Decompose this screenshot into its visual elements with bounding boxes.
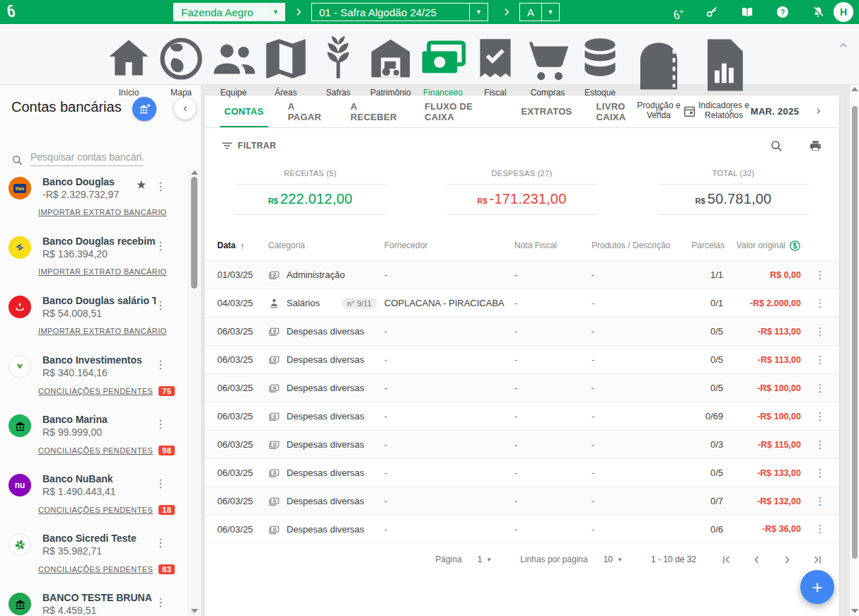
add-transaction-fab[interactable]: + [800, 570, 834, 604]
nav-item-globe[interactable]: Mapa [155, 33, 207, 121]
bank-account-item[interactable]: Banco InvestimentosR$ 340.164,16⋮CONCILI… [8, 351, 185, 410]
nav-item-silo[interactable]: Produção e Venda [626, 33, 691, 121]
previous-page-icon[interactable] [751, 554, 763, 566]
plot-selector[interactable]: A ▼ [519, 3, 560, 21]
column-header-data[interactable]: Data↑ [217, 240, 268, 251]
print-icon[interactable] [809, 139, 822, 153]
import-statement-link[interactable]: IMPORTAR EXTRATO BANCÁRIO [38, 327, 167, 335]
table-row[interactable]: 06/03/25Despesas diversas---0/5-R$ 113,0… [204, 317, 839, 345]
user-avatar[interactable]: H [834, 2, 853, 22]
nav-item-database[interactable]: Estoque [574, 33, 626, 121]
kebab-menu-icon[interactable]: ⋮ [155, 417, 166, 431]
kebab-menu-icon[interactable]: ⋮ [155, 298, 166, 312]
page-select[interactable]: 1▼ [478, 554, 492, 564]
table-row[interactable]: 06/03/25Despesas diversas---0/69-R$ 100,… [204, 402, 839, 430]
scroll-up-icon[interactable] [191, 170, 198, 175]
nav-item-map[interactable]: Áreas [260, 33, 312, 121]
nav-item-report[interactable]: Indicadores e Relatórios [691, 33, 756, 121]
next-page-icon[interactable] [781, 554, 793, 566]
scrollbar-thumb[interactable] [852, 106, 858, 559]
bank-account-item[interactable]: nuBanco NuBankR$ 1.490.443,41⋮CONCILIAÇÕ… [8, 470, 185, 529]
kebab-menu-icon[interactable]: ⋮ [801, 269, 839, 281]
nav-item-receipt[interactable]: Fiscal [469, 33, 521, 121]
sidebar-scrollbar[interactable] [188, 168, 200, 616]
pending-reconciliations-link[interactable]: CONCILIAÇÕES PENDENTES [38, 565, 153, 574]
search-accounts-input[interactable] [30, 150, 144, 166]
table-row[interactable]: 06/03/25Despesas diversas---0/7-R$ 132,0… [204, 487, 839, 515]
nav-item-people[interactable]: Equipe [207, 33, 260, 121]
kebab-menu-icon[interactable]: ⋮ [801, 438, 839, 451]
bank-account-item[interactable]: Banco Douglas recebime...R$ 136.394,20⋮I… [8, 232, 185, 291]
import-statement-link[interactable]: IMPORTAR EXTRATO BANCÁRIO [38, 208, 167, 216]
bank-account-item[interactable]: ill="#fff">BANCO TESTE BRUNAR$ 4.459,51⋮ [8, 588, 185, 616]
bank-account-item[interactable]: ItaúBanco Douglas-R$ 2.329.732,97★⋮IMPOR… [8, 173, 185, 232]
table-row[interactable]: 06/03/25Despesas diversas---0/5-R$ 100,0… [204, 373, 839, 402]
chevron-down-icon[interactable]: ▼ [469, 4, 488, 21]
bank-account-item[interactable]: ill="#fff">Banco MarinaR$ 99.999,00⋮CONC… [8, 410, 185, 470]
money-category-icon [268, 467, 280, 479]
cell-value: R$ 0,00 [725, 270, 801, 280]
bank-account-item[interactable]: Banco Sicredi TesteR$ 35.982,71⋮CONCILIA… [8, 529, 185, 588]
kebab-menu-icon[interactable]: ⋮ [155, 180, 166, 193]
kebab-menu-icon[interactable]: ⋮ [801, 410, 839, 423]
aegro-plus-icon[interactable]: ∂+ [674, 5, 684, 19]
star-icon[interactable]: ★ [136, 178, 146, 192]
kebab-menu-icon[interactable]: ⋮ [801, 297, 839, 310]
nav-item-money[interactable]: Financeiro [417, 33, 469, 121]
help-icon[interactable]: ? [776, 5, 790, 19]
pending-reconciliations-link[interactable]: CONCILIAÇÕES PENDENTES [38, 446, 153, 455]
rows-per-page-select[interactable]: 10▼ [604, 554, 623, 564]
table-row[interactable]: 06/03/25Despesas diversas---0/6-R$ 36,00… [204, 515, 839, 543]
table-row[interactable]: 04/03/25Saláriosn° 9/11COPLACANA - PIRAC… [204, 289, 839, 317]
notifications-off-icon[interactable] [811, 5, 825, 19]
farm-selector[interactable]: Fazenda Aegro ▼ [173, 3, 285, 21]
import-statement-link[interactable]: IMPORTAR EXTRATO BANCÁRIO [38, 267, 167, 276]
key-icon[interactable] [705, 5, 719, 19]
bank-account-item[interactable]: Banco Douglas salário Ti...R$ 54.008,51⋮… [8, 291, 185, 351]
map-icon [260, 33, 312, 85]
first-page-icon[interactable] [720, 554, 732, 566]
collapse-nav-icon[interactable] [838, 40, 849, 51]
table-row[interactable]: 06/03/25Despesas diversas---0/5-R$ 133,0… [204, 458, 839, 487]
kebab-menu-icon[interactable]: ⋮ [801, 382, 839, 395]
last-page-icon[interactable] [812, 554, 824, 566]
bank-account-balance: R$ 54.008,51 [42, 308, 102, 319]
kebab-menu-icon[interactable]: ⋮ [155, 595, 166, 609]
window-scrollbar[interactable] [849, 85, 859, 616]
filter-button[interactable]: FILTRAR [221, 141, 277, 151]
table-row[interactable]: 01/03/25Administração---1/1R$ 0,00⋮ [204, 260, 839, 289]
chevron-down-icon[interactable]: ▼ [541, 4, 559, 21]
scroll-up-icon[interactable] [851, 87, 858, 91]
marina-logo-icon: ill="#fff"> [8, 414, 31, 437]
scroll-down-icon[interactable] [851, 609, 858, 613]
nav-item-home[interactable]: Início [103, 33, 155, 121]
season-selector[interactable]: 01 - Safra Algodão 24/25 ▼ [311, 3, 488, 21]
book-icon[interactable] [740, 5, 754, 19]
nav-item-cart[interactable]: Compras [521, 33, 574, 121]
kebab-menu-icon[interactable]: ⋮ [155, 536, 166, 550]
nav-item-wheat[interactable]: Safras [312, 33, 364, 121]
kebab-menu-icon[interactable]: ⋮ [155, 239, 166, 252]
kebab-menu-icon[interactable]: ⋮ [801, 467, 839, 480]
scroll-down-icon[interactable] [191, 609, 198, 613]
kebab-menu-icon[interactable]: ⋮ [801, 495, 839, 508]
kebab-menu-icon[interactable]: ⋮ [801, 523, 839, 535]
sort-ascending-icon[interactable]: ↑ [240, 240, 245, 251]
scrollbar-thumb[interactable] [191, 177, 197, 289]
kebab-menu-icon[interactable]: ⋮ [155, 358, 166, 371]
summary-value: R$-171.231,00 [447, 184, 597, 215]
chevron-down-icon[interactable]: ▼ [266, 4, 284, 21]
main-nav: InícioMapaEquipeÁreasSafrasPatrimônioFin… [0, 24, 859, 85]
table-header: Data↑CategoriaFornecedorNota FiscalProdu… [204, 231, 839, 260]
table-row[interactable]: 06/03/25Despesas diversas---0/3-R$ 115,0… [204, 430, 839, 458]
pending-reconciliations-link[interactable]: CONCILIAÇÕES PENDENTES [38, 506, 153, 514]
table-row[interactable]: 06/03/25Despesas diversas---0/5-R$ 113,0… [204, 345, 839, 373]
kebab-menu-icon[interactable]: ⋮ [801, 325, 839, 338]
kebab-menu-icon[interactable]: ⋮ [155, 477, 166, 490]
pending-reconciliations-link[interactable]: CONCILIAÇÕES PENDENTES [38, 387, 153, 395]
cell-category: Despesas diversas [268, 495, 384, 507]
kebab-menu-icon[interactable]: ⋮ [801, 354, 839, 366]
search-icon[interactable] [770, 139, 783, 153]
nav-item-barn[interactable]: Patrimônio [364, 33, 417, 121]
invest-logo-icon [8, 355, 31, 378]
